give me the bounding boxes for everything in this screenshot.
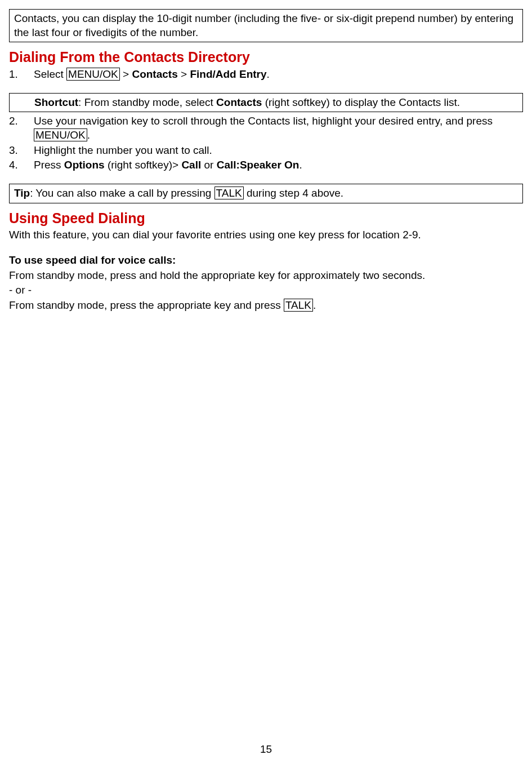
tip-box: Tip: You can also make a call by pressin… xyxy=(9,184,523,203)
step-text: Press Options (right softkey)> Call or C… xyxy=(34,158,523,172)
step-text: Select MENU/OK > Contacts > Find/Add Ent… xyxy=(34,68,523,82)
talk-key: TALK xyxy=(284,299,313,312)
talk-key: TALK xyxy=(214,187,244,199)
shortcut-box: Shortcut: From standby mode, select Cont… xyxy=(9,93,523,113)
menu-ok-key: MENU/OK xyxy=(34,128,87,141)
step-text: Highlight the number you want to call. xyxy=(34,144,523,158)
shortcut-label: Shortcut xyxy=(34,96,78,108)
step-number: 1. xyxy=(9,68,34,82)
speed-or: - or - xyxy=(9,283,523,298)
heading-speed-dialing: Using Speed Dialing xyxy=(9,209,523,228)
step-1: 1. Select MENU/OK > Contacts > Find/Add … xyxy=(9,68,523,82)
top-note-box: Contacts, you can display the 10-digit n… xyxy=(9,9,523,42)
step-3: 3. Highlight the number you want to call… xyxy=(9,144,523,158)
menu-ok-key: MENU/OK xyxy=(66,68,120,81)
step-4: 4. Press Options (right softkey)> Call o… xyxy=(9,158,523,172)
top-note-text: Contacts, you can display the 10-digit n… xyxy=(14,12,513,38)
step-number: 2. xyxy=(9,114,34,142)
step-text: Use your navigation key to scroll throug… xyxy=(34,114,523,142)
speed-subheading: To use speed dial for voice calls: xyxy=(9,254,523,268)
step-number: 3. xyxy=(9,144,34,158)
speed-intro: With this feature, you can dial your fav… xyxy=(9,228,523,242)
speed-line-1: From standby mode, press and hold the ap… xyxy=(9,269,523,283)
heading-dialing-contacts: Dialing From the Contacts Directory xyxy=(9,48,523,66)
step-2: 2. Use your navigation key to scroll thr… xyxy=(9,114,523,142)
step-number: 4. xyxy=(9,158,34,172)
tip-label: Tip xyxy=(14,187,30,199)
speed-line-2: From standby mode, press the appropriate… xyxy=(9,299,523,313)
